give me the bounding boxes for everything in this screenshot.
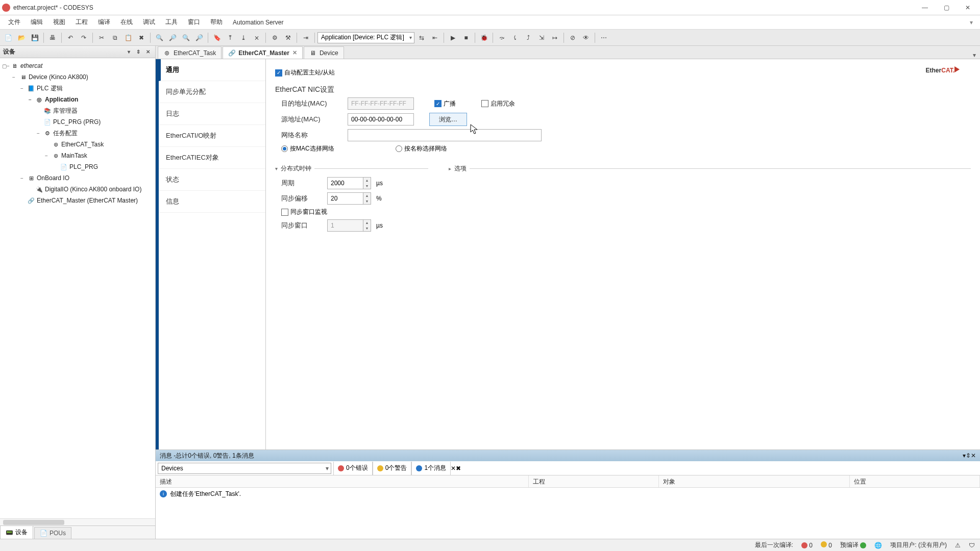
panel-dropdown-icon[interactable]: ▾ xyxy=(125,48,133,56)
find-next-icon[interactable]: 🔎 xyxy=(166,32,179,44)
tree-library-manager[interactable]: 📚库管理器 xyxy=(1,105,154,116)
copy-icon[interactable]: ⧉ xyxy=(109,32,121,44)
tree-application[interactable]: −◎Application xyxy=(1,94,154,105)
msg-close-icon[interactable]: ✕ xyxy=(971,452,976,459)
clear-messages-icon[interactable]: ✕ xyxy=(451,465,456,472)
bookmark-next-icon[interactable]: ⤓ xyxy=(237,32,250,44)
dc-section-header[interactable]: ▾ 分布式时钟 xyxy=(275,164,428,173)
offset-input[interactable] xyxy=(327,192,363,205)
continue-icon[interactable]: ↦ xyxy=(549,32,561,44)
col-description[interactable]: 描述 xyxy=(156,475,529,487)
tree-horizontal-scrollbar[interactable] xyxy=(0,518,155,525)
status-icon-2[interactable]: 🛡 xyxy=(969,542,975,549)
col-object[interactable]: 对象 xyxy=(659,475,850,487)
period-spinner[interactable]: ▲▼ xyxy=(327,177,371,189)
nav-info[interactable]: 信息 xyxy=(159,191,265,213)
menu-file[interactable]: 文件 xyxy=(3,16,26,29)
print-icon[interactable]: 🖶 xyxy=(46,32,59,44)
filter-errors[interactable]: 0个错误 xyxy=(333,462,373,475)
panel-close-icon[interactable]: ✕ xyxy=(144,48,152,56)
menubar-overflow-icon[interactable]: ▾ xyxy=(966,19,977,26)
menu-debug[interactable]: 调试 xyxy=(138,16,160,29)
tab-ethercat-task[interactable]: ⊛EtherCAT_Task xyxy=(158,46,222,59)
select-by-name-radio[interactable]: 按名称选择网络 xyxy=(396,144,447,153)
nav-log[interactable]: 日志 xyxy=(159,103,265,125)
open-icon[interactable]: 📂 xyxy=(15,32,28,44)
tree-task-config[interactable]: −⚙任务配置 xyxy=(1,128,154,139)
tree-device[interactable]: −🖥Device (Kinco AK800) xyxy=(1,71,154,83)
nav-io-mapping[interactable]: EtherCATI/O映射 xyxy=(159,125,265,147)
menu-build[interactable]: 编译 xyxy=(93,16,115,29)
options-section-header[interactable]: ▸ 选项 xyxy=(449,164,971,173)
clear-all-messages-icon[interactable]: ✖ xyxy=(456,465,461,472)
stop-icon[interactable]: ■ xyxy=(460,32,472,44)
filter-infos[interactable]: 1个消息 xyxy=(411,462,451,475)
delete-icon[interactable]: ✖ xyxy=(135,32,148,44)
tabstrip-overflow-icon[interactable]: ▾ xyxy=(969,52,980,59)
spin-up-icon[interactable]: ▲ xyxy=(363,193,371,198)
menu-tools[interactable]: 工具 xyxy=(160,16,183,29)
step-over-icon[interactable]: ⤼ xyxy=(496,32,508,44)
spin-down-icon[interactable]: ▼ xyxy=(363,198,371,204)
logout-icon[interactable]: ⇤ xyxy=(429,32,441,44)
find-replace-icon[interactable]: 🔍 xyxy=(180,32,192,44)
menu-project[interactable]: 工程 xyxy=(70,16,93,29)
col-project[interactable]: 工程 xyxy=(529,475,659,487)
browse-button[interactable]: 浏览… xyxy=(429,113,467,126)
watch-icon[interactable]: 👁 xyxy=(580,32,592,44)
maximize-button[interactable]: ▢ xyxy=(936,1,957,15)
tree-ethercat-master[interactable]: 🔗EtherCAT_Master (EtherCAT Master) xyxy=(1,195,154,206)
nav-iec-objects[interactable]: EtherCATIEC对象 xyxy=(159,147,265,169)
step-into-icon[interactable]: ⤹ xyxy=(509,32,521,44)
tree-maintask[interactable]: −⊛MainTask xyxy=(1,150,154,161)
select-by-mac-radio[interactable]: 按MAC选择网络 xyxy=(281,144,334,153)
tree-ethercat-task[interactable]: ⊛EtherCAT_Task xyxy=(1,139,154,150)
menu-online[interactable]: 在线 xyxy=(115,16,138,29)
offset-spinner[interactable]: ▲▼ xyxy=(327,192,371,205)
device-tree[interactable]: ▢−🗎ethercat −🖥Device (Kinco AK800) −📘PLC… xyxy=(0,58,155,518)
spin-down-icon[interactable]: ▼ xyxy=(363,183,371,189)
breakpoints-icon[interactable]: ⊘ xyxy=(567,32,579,44)
msg-pin-icon[interactable]: ⇕ xyxy=(966,452,971,459)
message-row[interactable]: i 创建任务'EtherCAT_Task'. xyxy=(156,488,980,500)
tree-plc-prg-taskcall[interactable]: 📄PLC_PRG xyxy=(1,161,154,172)
cut-icon[interactable]: ✂ xyxy=(95,32,108,44)
run-to-cursor-icon[interactable]: ⇲ xyxy=(535,32,548,44)
spin-up-icon[interactable]: ▲ xyxy=(363,178,371,183)
panel-pin-icon[interactable]: ⇕ xyxy=(134,48,142,56)
menu-window[interactable]: 窗口 xyxy=(183,16,205,29)
sync-window-monitor-checkbox[interactable]: 同步窗口监视 xyxy=(281,208,327,216)
debug-icon[interactable]: 🐞 xyxy=(478,32,490,44)
status-icon-1[interactable]: ⚠ xyxy=(955,542,961,549)
broadcast-checkbox[interactable]: ✓ 广播 xyxy=(434,99,456,108)
start-icon[interactable]: ▶ xyxy=(447,32,459,44)
bookmark-clear-icon[interactable]: ⨯ xyxy=(251,32,263,44)
find-icon[interactable]: 🔍 xyxy=(153,32,165,44)
minimize-button[interactable]: — xyxy=(915,1,935,15)
tab-pous[interactable]: 📄POUs xyxy=(34,527,71,539)
tree-onboard-io[interactable]: −⊞OnBoard IO xyxy=(1,172,154,184)
menu-view[interactable]: 视图 xyxy=(48,16,70,29)
nav-status[interactable]: 状态 xyxy=(159,169,265,191)
active-application-combo[interactable]: Application [Device: PLC 逻辑] xyxy=(317,32,414,43)
messages-list[interactable]: i 创建任务'EtherCAT_Task'. xyxy=(156,488,980,539)
menu-edit[interactable]: 编辑 xyxy=(26,16,48,29)
menu-automation-server[interactable]: Automation Server xyxy=(228,17,288,28)
src-mac-input[interactable] xyxy=(348,113,414,126)
filter-warnings[interactable]: 0个警告 xyxy=(373,462,412,475)
tab-ethercat-master[interactable]: 🔗EtherCAT_Master✕ xyxy=(223,46,303,59)
auto-config-checkbox[interactable]: ✓ 自动配置主站/从站 xyxy=(275,68,335,77)
redundancy-checkbox[interactable]: 启用冗余 xyxy=(481,99,515,108)
tree-digital-io[interactable]: 🔌DigitalIO (Kinco AK800 onboard IO) xyxy=(1,184,154,195)
find-prev-icon[interactable]: 🔎 xyxy=(193,32,205,44)
new-icon[interactable]: 📄 xyxy=(2,32,14,44)
close-button[interactable]: ✕ xyxy=(958,1,978,15)
bookmark-prev-icon[interactable]: ⤒ xyxy=(224,32,236,44)
login-app-icon[interactable]: ⇆ xyxy=(415,32,428,44)
period-input[interactable] xyxy=(327,177,363,189)
build-icon[interactable]: ⚙ xyxy=(268,32,281,44)
menu-help[interactable]: 帮助 xyxy=(205,16,228,29)
tree-plc-prg-pou[interactable]: 📄PLC_PRG (PRG) xyxy=(1,116,154,128)
globe-icon[interactable]: 🌐 xyxy=(874,542,882,549)
messages-scope-combo[interactable]: Devices xyxy=(158,463,331,474)
